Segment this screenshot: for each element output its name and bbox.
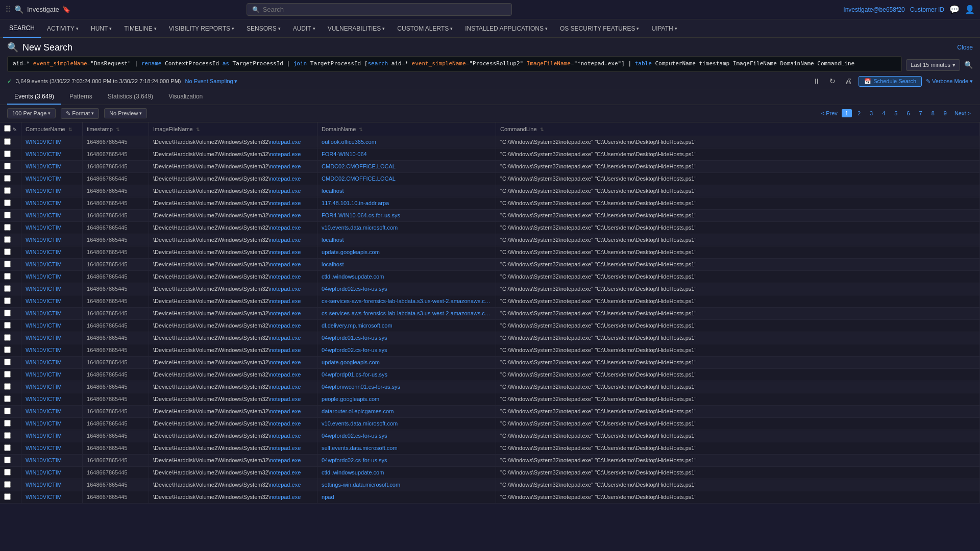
tab-patterns[interactable]: Patterns (62, 89, 100, 105)
schedule-search-button[interactable]: 📅 Schedule Search (859, 76, 922, 87)
cell-computer[interactable]: WIN10VICTIM (21, 368, 83, 381)
col-header-timestamp[interactable]: timestamp ⇅ (83, 122, 149, 136)
cell-domain[interactable]: v10.events.data.microsoft.com (317, 417, 496, 430)
cell-domain[interactable]: CMDC02.CMOFFICE.LOCAL (317, 172, 496, 185)
time-range-selector[interactable]: Last 15 minutes ▾ (906, 59, 960, 71)
preview-selector[interactable]: No Preview ▾ (104, 108, 147, 118)
cell-computer[interactable]: WIN10VICTIM (21, 491, 83, 503)
nav-custom-alerts[interactable]: CUSTOM ALERTS ▾ (391, 19, 459, 38)
nav-timeline[interactable]: TIMELINE ▾ (118, 19, 162, 38)
page-8-button[interactable]: 8 (928, 109, 938, 117)
nav-hunt[interactable]: HUNT ▾ (85, 19, 118, 38)
cell-check[interactable] (0, 381, 21, 393)
cell-domain[interactable]: 04wpfordc01.cs-for-us.sys (317, 332, 496, 344)
cell-domain[interactable]: localhost (317, 258, 496, 270)
row-checkbox[interactable] (4, 346, 11, 353)
nav-uipath[interactable]: UIPATH ▾ (645, 19, 683, 38)
cell-check[interactable] (0, 479, 21, 491)
cell-check[interactable] (0, 393, 21, 405)
cell-check[interactable] (0, 209, 21, 221)
cell-computer[interactable]: WIN10VICTIM (21, 283, 83, 295)
page-9-button[interactable]: 9 (940, 109, 950, 117)
cell-check[interactable] (0, 332, 21, 344)
cell-computer[interactable]: WIN10VICTIM (21, 160, 83, 172)
cell-computer[interactable]: WIN10VICTIM (21, 234, 83, 246)
cell-computer[interactable]: WIN10VICTIM (21, 246, 83, 258)
cell-domain[interactable]: update.googleapis.com (317, 246, 496, 258)
row-checkbox[interactable] (4, 493, 11, 500)
pause-icon[interactable]: ⏸ (811, 76, 823, 86)
page-2-button[interactable]: 2 (854, 109, 864, 117)
cell-domain[interactable]: CMDC02.CMOFFICE.LOCAL (317, 160, 496, 172)
select-all-checkbox[interactable] (4, 125, 11, 132)
cell-domain[interactable]: 04wpforvwconn01.cs-for-us.sys (317, 381, 496, 393)
query-bar[interactable]: aid=* event_simpleName="DnsRequest" | re… (7, 56, 902, 72)
tab-visualization[interactable]: Visualization (161, 89, 210, 105)
cell-check[interactable] (0, 270, 21, 283)
cell-computer[interactable]: WIN10VICTIM (21, 221, 83, 234)
cell-check[interactable] (0, 417, 21, 430)
tab-events[interactable]: Events (3,649) (7, 89, 61, 105)
cell-check[interactable] (0, 405, 21, 417)
prev-page-button[interactable]: < Prev (819, 109, 840, 117)
cell-computer[interactable]: WIN10VICTIM (21, 209, 83, 221)
row-checkbox[interactable] (4, 224, 11, 231)
cell-computer[interactable]: WIN10VICTIM (21, 393, 83, 405)
row-checkbox[interactable] (4, 322, 11, 329)
cell-computer[interactable]: WIN10VICTIM (21, 405, 83, 417)
cell-domain[interactable]: settings-win.data.microsoft.com (317, 479, 496, 491)
cell-check[interactable] (0, 234, 21, 246)
cell-domain[interactable]: FOR4-WIN10-064 (317, 148, 496, 160)
row-checkbox[interactable] (4, 359, 11, 365)
nav-installed-apps[interactable]: INSTALLED APPLICATIONS ▾ (459, 19, 554, 38)
cell-check[interactable] (0, 160, 21, 172)
cell-check[interactable] (0, 344, 21, 356)
row-checkbox[interactable] (4, 138, 11, 145)
nav-visibility[interactable]: VISIBILITY REPORTS ▾ (163, 19, 240, 38)
close-button[interactable]: Close (957, 44, 973, 51)
global-search-box[interactable]: 🔍 (247, 3, 512, 16)
cell-check[interactable] (0, 148, 21, 160)
nav-os-security[interactable]: OS SECURITY FEATURES ▾ (554, 19, 646, 38)
row-checkbox[interactable] (4, 444, 11, 451)
row-checkbox[interactable] (4, 408, 11, 414)
cell-check[interactable] (0, 185, 21, 197)
cell-domain[interactable]: 04wpfordc02.cs-for-us.sys (317, 344, 496, 356)
col-header-command[interactable]: CommandLine ⇅ (496, 122, 980, 136)
cell-check[interactable] (0, 491, 21, 503)
row-checkbox[interactable] (4, 261, 11, 267)
cell-domain[interactable]: datarouter.ol.epicgames.com (317, 405, 496, 417)
per-page-selector[interactable]: 100 Per Page ▾ (7, 108, 56, 118)
messages-icon[interactable]: 💬 (949, 5, 960, 14)
print-icon[interactable]: 🖨 (842, 76, 854, 86)
cell-domain[interactable]: 04wpfordc02.cs-for-us.sys (317, 283, 496, 295)
cell-computer[interactable]: WIN10VICTIM (21, 295, 83, 307)
cell-computer[interactable]: WIN10VICTIM (21, 466, 83, 479)
page-5-button[interactable]: 5 (891, 109, 901, 117)
cell-computer[interactable]: WIN10VICTIM (21, 148, 83, 160)
cell-domain[interactable]: ctldl.windowsupdate.com (317, 270, 496, 283)
cell-computer[interactable]: WIN10VICTIM (21, 381, 83, 393)
row-checkbox[interactable] (4, 383, 11, 390)
cell-domain[interactable]: v10.events.data.microsoft.com (317, 221, 496, 234)
cell-computer[interactable]: WIN10VICTIM (21, 270, 83, 283)
row-checkbox[interactable] (4, 420, 11, 427)
cell-computer[interactable]: WIN10VICTIM (21, 454, 83, 466)
nav-vulnerabilities[interactable]: VULNERABILITIES ▾ (322, 19, 391, 38)
page-4-button[interactable]: 4 (878, 109, 889, 117)
cell-domain[interactable]: 117.48.101.10.in-addr.arpa (317, 197, 496, 209)
page-6-button[interactable]: 6 (903, 109, 913, 117)
row-checkbox[interactable] (4, 248, 11, 255)
cell-computer[interactable]: WIN10VICTIM (21, 479, 83, 491)
col-header-imagefile[interactable]: ImageFileName ⇅ (149, 122, 317, 136)
verbose-mode-button[interactable]: ✎ Verbose Mode ▾ (926, 78, 973, 85)
cell-check[interactable] (0, 258, 21, 270)
cell-check[interactable] (0, 283, 21, 295)
no-sampling-button[interactable]: No Event Sampling ▾ (185, 78, 237, 85)
nav-search[interactable]: SEARCH (3, 19, 41, 38)
row-checkbox[interactable] (4, 457, 11, 463)
cell-check[interactable] (0, 466, 21, 479)
cell-domain[interactable]: self.events.data.microsoft.com (317, 442, 496, 454)
row-checkbox[interactable] (4, 187, 11, 194)
row-checkbox[interactable] (4, 297, 11, 304)
